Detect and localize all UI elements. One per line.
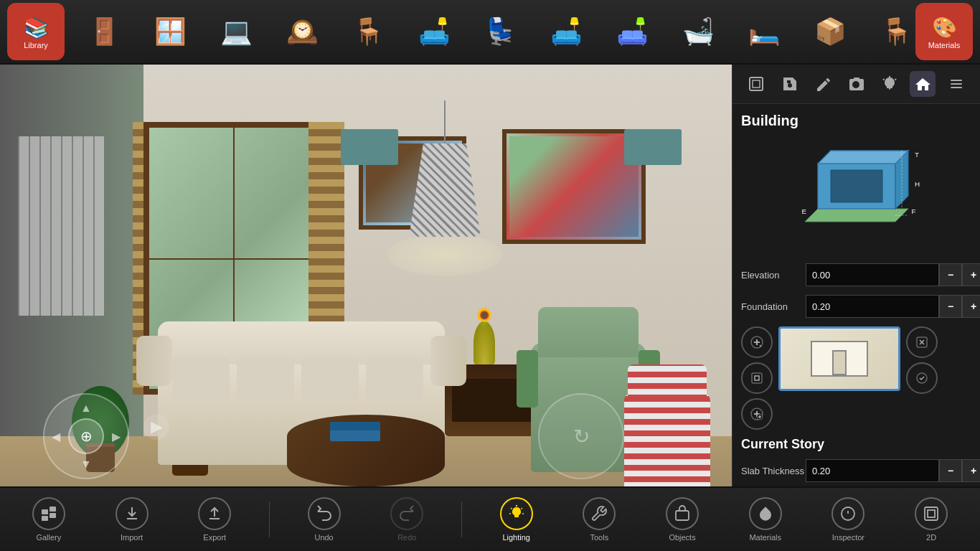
svg-rect-29	[50, 513, 56, 518]
panel-toolbar	[732, 65, 980, 104]
separator-2	[461, 501, 462, 537]
svg-rect-0	[750, 77, 763, 90]
toolbar-light-btn[interactable]	[877, 71, 903, 97]
bottom-export[interactable]: Export	[186, 491, 243, 548]
top-item-armchair-yellow[interactable]: 🛋️	[402, 3, 466, 60]
floor-btn-1[interactable]	[906, 326, 938, 358]
foundation-plus-btn[interactable]: +	[962, 295, 980, 318]
bottom-lighting[interactable]: Lighting	[488, 491, 545, 548]
bottom-gallery[interactable]: Gallery	[20, 491, 77, 548]
bottom-bar: Gallery Import Export Undo	[0, 486, 980, 551]
top-item-bathtub[interactable]: 🛁	[666, 3, 730, 60]
bottom-objects[interactable]: Objects	[654, 491, 711, 548]
top-item-bed[interactable]: 🛏️	[732, 3, 796, 60]
svg-rect-40	[928, 510, 935, 517]
top-item-laptop[interactable]: 💻	[204, 3, 268, 60]
import-label: Import	[121, 533, 143, 542]
materials-bottom-label: Materials	[749, 533, 781, 542]
materials-button[interactable]: 🎨 Materials	[915, 3, 973, 60]
nav-right-arrow[interactable]: ▶	[112, 430, 121, 443]
top-item-clock[interactable]: 🕰️	[270, 3, 334, 60]
slab-thickness-row: Slab Thickness − +	[741, 458, 971, 484]
objects-icon	[666, 497, 699, 530]
building-diagram: T H E F	[741, 136, 971, 255]
foundation-row: Foundation − +	[741, 293, 971, 319]
toolbar-floorplan-btn[interactable]	[743, 71, 769, 97]
striped-chair	[624, 393, 710, 494]
2d-icon	[915, 497, 948, 530]
story-action-btns	[741, 326, 773, 430]
slab-thickness-label: Slab Thickness	[741, 466, 806, 476]
slab-plus-btn[interactable]: +	[962, 459, 980, 482]
library-button[interactable]: 📚 Library	[7, 3, 65, 60]
svg-text:F: F	[911, 207, 915, 215]
select-story-btn[interactable]	[741, 362, 773, 394]
bottom-undo[interactable]: Undo	[296, 491, 353, 548]
elevation-minus-btn[interactable]: −	[939, 263, 962, 286]
floor-btn-2[interactable]	[906, 362, 938, 394]
pan-arrow[interactable]: ▶	[143, 414, 169, 440]
main-viewport[interactable]: 🌻	[0, 65, 732, 551]
top-item-chair-red[interactable]: 🪑	[336, 3, 400, 60]
top-item-shelf[interactable]: 📦	[798, 3, 862, 60]
svg-rect-7	[951, 87, 962, 88]
library-label: Library	[24, 41, 48, 50]
svg-line-31	[521, 508, 522, 509]
bottom-import[interactable]: Import	[103, 491, 161, 548]
toolbar-list-btn[interactable]	[943, 71, 969, 97]
wall-panel-right	[624, 129, 682, 165]
bottom-redo[interactable]: Redo	[378, 491, 435, 548]
wall-panel-left	[341, 129, 398, 165]
elevation-input[interactable]	[806, 263, 939, 286]
objects-label: Objects	[669, 533, 695, 542]
toolbar-home-btn[interactable]	[910, 71, 936, 97]
svg-text:H: H	[915, 179, 920, 187]
import-icon	[116, 497, 149, 530]
top-item-door[interactable]: 🚪	[72, 3, 136, 60]
navigation-joystick[interactable]: ▲ ▼ ◀ ▶ ⊕	[43, 393, 129, 479]
current-story-title: Current Story	[741, 437, 971, 452]
top-item-armchair-pink[interactable]: 💺	[468, 3, 532, 60]
floor-thumbnail[interactable]	[778, 326, 900, 391]
svg-text:T: T	[915, 151, 919, 159]
export-icon	[198, 497, 231, 530]
top-item-sofa-yellow[interactable]: 🛋️	[600, 3, 664, 60]
rotate-icon: ↻	[573, 425, 590, 448]
foundation-input[interactable]	[806, 295, 939, 318]
svg-rect-35	[676, 511, 689, 520]
separator-1	[269, 501, 270, 537]
toolbar-camera-btn[interactable]	[843, 71, 869, 97]
3d-scene[interactable]: 🌻	[0, 65, 732, 551]
slab-thickness-input[interactable]	[806, 459, 939, 482]
bottom-inspector[interactable]: Inspector	[819, 491, 877, 548]
elevation-plus-btn[interactable]: +	[962, 263, 980, 286]
lighting-icon	[500, 497, 533, 530]
top-item-sofa-white[interactable]: 🛋️	[534, 3, 598, 60]
joystick-center[interactable]: ⊕	[68, 418, 104, 454]
nav-up-arrow[interactable]: ▲	[80, 402, 92, 415]
top-item-chair-red2[interactable]: 🪑	[864, 3, 908, 60]
svg-rect-20	[752, 373, 762, 383]
bottom-materials[interactable]: Materials	[737, 491, 794, 548]
svg-marker-12	[831, 170, 882, 202]
bottom-2d[interactable]: 2D	[903, 491, 960, 548]
add-story-btn[interactable]	[741, 326, 773, 358]
toolbar-save-btn[interactable]	[777, 71, 803, 97]
nav-down-arrow[interactable]: ▼	[80, 458, 92, 471]
foundation-minus-btn[interactable]: −	[939, 295, 962, 318]
copy-story-btn[interactable]	[741, 398, 773, 430]
svg-rect-26	[42, 509, 48, 514]
top-item-window[interactable]: 🪟	[138, 3, 202, 60]
rotate-joystick[interactable]: ↻	[538, 393, 624, 479]
svg-marker-11	[818, 151, 908, 164]
svg-rect-6	[951, 83, 962, 85]
tools-label: Tools	[590, 533, 609, 542]
nav-left-arrow[interactable]: ◀	[52, 430, 60, 443]
inspector-label: Inspector	[832, 533, 864, 542]
toolbar-paint-btn[interactable]	[810, 71, 836, 97]
elevation-label: Elevation	[741, 270, 806, 281]
slab-minus-btn[interactable]: −	[939, 459, 962, 482]
bottom-tools[interactable]: Tools	[570, 491, 628, 548]
materials-label: Materials	[928, 41, 961, 50]
wall-decoration	[18, 136, 104, 316]
